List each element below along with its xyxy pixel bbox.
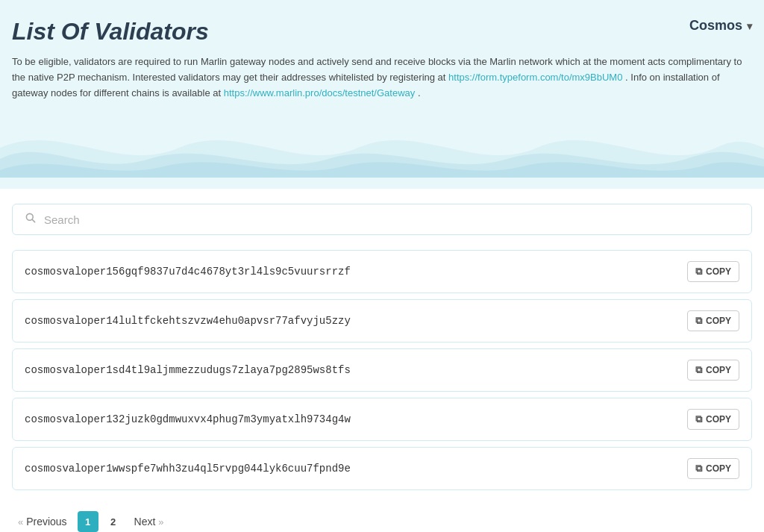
previous-button[interactable]: « Previous xyxy=(12,513,73,531)
validator-row: cosmosvaloper1sd4tl9aljmmezzudugs7zlaya7… xyxy=(12,348,752,392)
search-container xyxy=(12,204,752,235)
copy-button-4[interactable]: ⧉ COPY xyxy=(687,458,739,479)
next-arrow-icon: » xyxy=(158,516,163,528)
description-text: To be eligible, validators are required … xyxy=(12,54,752,101)
prev-arrow-icon: « xyxy=(18,516,23,528)
validator-row: cosmosvaloper14lultfckehtszvzw4ehu0apvsr… xyxy=(12,299,752,342)
copy-button-3[interactable]: ⧉ COPY xyxy=(687,409,739,430)
copy-icon: ⧉ xyxy=(695,266,702,278)
validator-row: cosmosvaloper1wwspfe7whh3zu4ql5rvpg044ly… xyxy=(12,447,752,490)
pagination: « Previous 1 2 Next » xyxy=(12,505,752,532)
copy-icon: ⧉ xyxy=(695,364,702,376)
validator-row: cosmosvaloper132juzk0gdmwuxvx4phug7m3ymy… xyxy=(12,398,752,441)
search-input[interactable] xyxy=(44,213,739,226)
copy-button-0[interactable]: ⧉ COPY xyxy=(687,261,739,282)
validator-address: cosmosvaloper156gqf9837u7d4c4678yt3rl4ls… xyxy=(25,266,351,278)
next-button[interactable]: Next » xyxy=(128,513,170,531)
svg-rect-0 xyxy=(0,178,764,189)
validator-address: cosmosvaloper1sd4tl9aljmmezzudugs7zlaya7… xyxy=(25,364,351,376)
copy-icon: ⧉ xyxy=(695,413,702,425)
network-label: Cosmos xyxy=(689,18,742,34)
validators-list: cosmosvaloper156gqf9837u7d4c4678yt3rl4ls… xyxy=(12,250,752,490)
page-2-button[interactable]: 2 xyxy=(103,511,124,532)
svg-line-2 xyxy=(32,219,35,222)
page-title: List Of Validators xyxy=(12,18,752,46)
search-icon xyxy=(25,212,37,227)
chevron-down-icon: ▾ xyxy=(747,20,752,32)
typeform-link[interactable]: https://form.typeform.com/to/mx9BbUM0 xyxy=(448,72,622,83)
content-area: cosmosvaloper156gqf9837u7d4c4678yt3rl4ls… xyxy=(0,189,764,532)
copy-button-1[interactable]: ⧉ COPY xyxy=(687,310,739,331)
header-area: List Of Validators To be eligible, valid… xyxy=(12,18,752,101)
copy-button-2[interactable]: ⧉ COPY xyxy=(687,360,739,381)
copy-icon: ⧉ xyxy=(695,315,702,327)
validator-row: cosmosvaloper156gqf9837u7d4c4678yt3rl4ls… xyxy=(12,250,752,293)
validator-address: cosmosvaloper14lultfckehtszvzw4ehu0apvsr… xyxy=(25,315,351,327)
docs-link[interactable]: https://www.marlin.pro/docs/testnet/Gate… xyxy=(224,87,416,98)
validator-address: cosmosvaloper1wwspfe7whh3zu4ql5rvpg044ly… xyxy=(25,463,351,475)
page-1-button[interactable]: 1 xyxy=(78,511,98,532)
validator-address: cosmosvaloper132juzk0gdmwuxvx4phug7m3ymy… xyxy=(25,413,351,425)
network-selector[interactable]: Cosmos ▾ xyxy=(689,18,752,34)
copy-icon: ⧉ xyxy=(695,463,702,475)
wave-decoration xyxy=(0,107,764,189)
